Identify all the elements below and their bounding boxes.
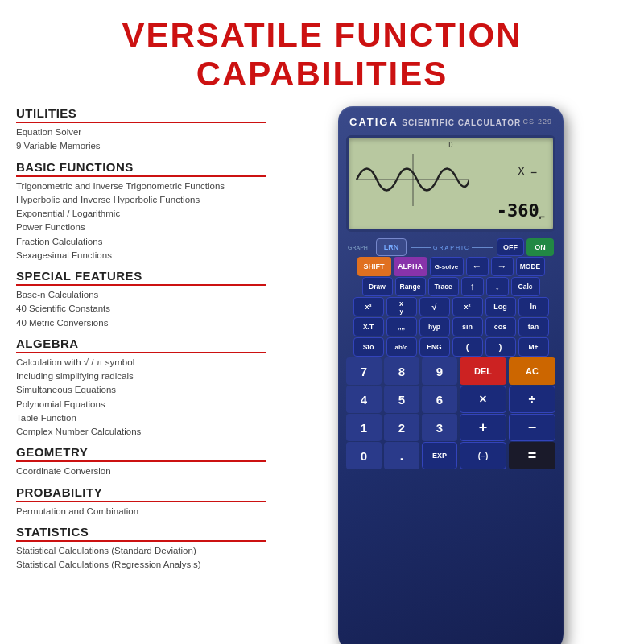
btn-draw[interactable]: Draw <box>362 277 393 296</box>
list-item: Including simplifying radicals <box>16 369 266 383</box>
row-draw: Draw Range Trace ↑ ↓ Calc <box>346 277 555 296</box>
btn-sin[interactable]: sin <box>452 317 483 336</box>
screen-number: -360⌐ <box>497 200 545 223</box>
section-heading-algebra: ALGEBRA <box>16 336 266 353</box>
btn-8[interactable]: 8 <box>384 357 419 385</box>
btn-equals[interactable]: = <box>509 442 555 469</box>
btn-hyp[interactable]: hyp <box>419 317 450 336</box>
brand-block: CATIGA SCIENTIFIC CALCULATOR <box>349 114 521 129</box>
list-item: 40 Metric Conversions <box>16 316 266 330</box>
list-item: Permutation and Combination <box>16 505 266 518</box>
btn-ac[interactable]: AC <box>509 357 555 385</box>
section-algebra: ALGEBRACalculation with √ / π symbolIncl… <box>16 336 266 440</box>
section-heading-special-features: SPECIAL FEATURES <box>16 269 266 286</box>
btn-2[interactable]: 2 <box>384 414 419 441</box>
section-heading-basic-functions: BASIC FUNCTIONS <box>16 160 266 177</box>
btn-range[interactable]: Range <box>395 277 426 296</box>
btn-sqrt[interactable]: √ <box>419 297 450 316</box>
btn-exp[interactable]: EXP <box>422 442 457 469</box>
btn-6[interactable]: 6 <box>422 386 457 413</box>
section-heading-statistics: STATISTICS <box>16 525 266 542</box>
list-item: Coordinate Conversion <box>16 464 266 478</box>
btn-multiply[interactable]: × <box>460 386 506 413</box>
model-number: CS-229 <box>522 118 552 126</box>
section-utilities: UTILITIESEquation Solver9 Variable Memor… <box>16 106 266 154</box>
calc-screen: D X = -360⌐ <box>346 135 555 232</box>
row-456: 4 5 6 × ÷ <box>346 386 555 413</box>
btn-plus[interactable]: + <box>460 414 506 441</box>
btn-up[interactable]: ↑ <box>461 277 484 296</box>
list-item: 40 Scientific Constants <box>16 302 266 316</box>
btn-mode[interactable]: MODE <box>516 257 545 276</box>
btn-log[interactable]: Log <box>485 297 516 316</box>
section-heading-geometry: GEOMETRY <box>16 445 266 462</box>
calc-header: CATIGA SCIENTIFIC CALCULATOR CS-229 <box>346 113 555 130</box>
section-basic-functions: BASIC FUNCTIONSTrigonometric and Inverse… <box>16 160 266 263</box>
screen-inner: D X = -360⌐ <box>349 138 553 229</box>
screen-wave <box>353 150 469 210</box>
list-item: Polynomial Equations <box>16 398 266 411</box>
content-area: UTILITIESEquation Solver9 Variable Memor… <box>16 106 628 644</box>
btn-cos[interactable]: cos <box>485 317 516 336</box>
btn-off[interactable]: OFF <box>497 238 524 256</box>
btn-gsolve[interactable]: G-solve <box>430 257 464 276</box>
row-123: 1 2 3 + − <box>346 414 555 441</box>
graph-label: GRAPH <box>348 245 374 250</box>
section-geometry: GEOMETRYCoordinate Conversion <box>16 445 266 478</box>
list-item: Exponential / Logarithmic <box>16 207 266 221</box>
btn-dot[interactable]: . <box>384 442 419 469</box>
row-trig: X.T ,,,, hyp sin cos tan <box>346 317 555 336</box>
btn-alpha[interactable]: ALPHA <box>394 257 427 276</box>
btn-lparen[interactable]: ( <box>452 337 483 357</box>
btn-del[interactable]: DEL <box>460 357 506 385</box>
row-sto: Sto ab/c ENG ( ) M+ <box>346 337 555 357</box>
btn-5[interactable]: 5 <box>384 386 419 413</box>
list-item: Hyperbolic and Inverse Hyperbolic Functi… <box>16 193 266 207</box>
btn-xt[interactable]: X.T <box>353 317 384 336</box>
btn-divide[interactable]: ÷ <box>509 386 555 413</box>
row-0: 0 . EXP (−) = <box>346 442 555 469</box>
features-list: UTILITIESEquation Solver9 Variable Memor… <box>16 106 266 644</box>
section-probability: PROBABILITYPermutation and Combination <box>16 485 266 518</box>
btn-minus[interactable]: − <box>509 414 555 441</box>
btn-0[interactable]: 0 <box>346 442 382 469</box>
btn-4[interactable]: 4 <box>346 386 382 413</box>
list-item: Simultaneous Equations <box>16 383 266 397</box>
btn-neg[interactable]: (−) <box>460 442 506 469</box>
btn-on[interactable]: ON <box>526 238 554 256</box>
row-powers: x³ xy √ x² Log ln <box>346 297 555 316</box>
btn-eng[interactable]: ENG <box>419 337 450 357</box>
section-heading-probability: PROBABILITY <box>16 485 266 502</box>
list-item: 9 Variable Memories <box>16 139 266 153</box>
btn-left[interactable]: ← <box>466 257 489 276</box>
btn-xsq[interactable]: x² <box>452 297 483 316</box>
list-item: Complex Number Calculations <box>16 425 266 439</box>
btn-comma[interactable]: ,,,, <box>386 317 417 336</box>
list-item: Calculation with √ / π symbol <box>16 356 266 369</box>
btn-1[interactable]: 1 <box>346 414 382 441</box>
btn-trace[interactable]: Trace <box>428 277 459 296</box>
screen-x-eq: X = <box>518 165 537 177</box>
brand-name: CATIGA <box>349 116 398 128</box>
row-shift: SHIFT ALPHA G-solve ← → MODE <box>346 257 555 276</box>
list-item: Sexagesimal Functions <box>16 249 266 262</box>
btn-lrn[interactable]: LRN <box>376 238 407 256</box>
btn-abc[interactable]: ab/c <box>386 337 417 357</box>
btn-shift[interactable]: SHIFT <box>357 257 391 276</box>
btn-xcubed[interactable]: x³ <box>353 297 384 316</box>
btn-down[interactable]: ↓ <box>486 277 509 296</box>
btn-rparen[interactable]: ) <box>485 337 516 357</box>
btn-tan[interactable]: tan <box>518 317 549 336</box>
btn-calc[interactable]: Calc <box>511 277 540 296</box>
btn-3[interactable]: 3 <box>422 414 457 441</box>
btn-mplus[interactable]: M+ <box>518 337 549 357</box>
btn-right[interactable]: → <box>491 257 514 276</box>
list-item: Power Functions <box>16 221 266 234</box>
section-heading-utilities: UTILITIES <box>16 106 266 123</box>
btn-7[interactable]: 7 <box>346 357 382 385</box>
section-statistics: STATISTICSStatistical Calculations (Stan… <box>16 525 266 572</box>
btn-9[interactable]: 9 <box>422 357 457 385</box>
btn-xy[interactable]: xy <box>386 297 417 316</box>
btn-ln[interactable]: ln <box>518 297 549 316</box>
btn-sto[interactable]: Sto <box>353 337 384 357</box>
